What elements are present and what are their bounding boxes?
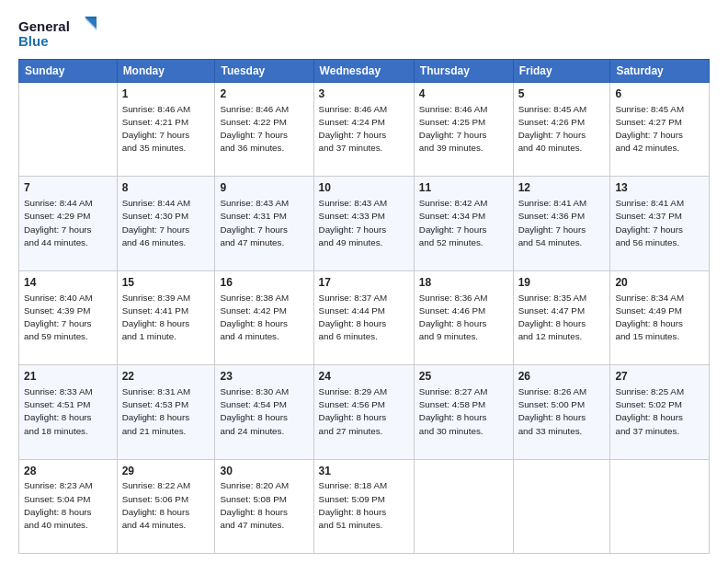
calendar-cell: 19Sunrise: 8:35 AM Sunset: 4:47 PM Dayli… xyxy=(513,270,610,364)
calendar-cell: 5Sunrise: 8:45 AM Sunset: 4:26 PM Daylig… xyxy=(513,83,610,177)
header-cell-sunday: Sunday xyxy=(19,60,118,83)
calendar-cell: 10Sunrise: 8:43 AM Sunset: 4:33 PM Dayli… xyxy=(313,177,414,270)
day-number: 4 xyxy=(419,86,508,102)
day-number: 25 xyxy=(419,369,508,385)
day-info: Sunrise: 8:29 AM Sunset: 4:56 PM Dayligh… xyxy=(319,385,409,438)
calendar-cell: 15Sunrise: 8:39 AM Sunset: 4:41 PM Dayli… xyxy=(117,270,215,364)
day-number: 14 xyxy=(24,275,112,291)
day-number: 20 xyxy=(615,275,704,291)
calendar-cell: 3Sunrise: 8:46 AM Sunset: 4:24 PM Daylig… xyxy=(313,83,414,177)
day-info: Sunrise: 8:26 AM Sunset: 5:00 PM Dayligh… xyxy=(518,385,606,438)
day-info: Sunrise: 8:27 AM Sunset: 4:58 PM Dayligh… xyxy=(419,385,508,438)
day-info: Sunrise: 8:45 AM Sunset: 4:27 PM Dayligh… xyxy=(615,103,704,155)
day-info: Sunrise: 8:39 AM Sunset: 4:41 PM Dayligh… xyxy=(122,292,210,344)
day-info: Sunrise: 8:46 AM Sunset: 4:25 PM Dayligh… xyxy=(419,103,508,155)
header-row: SundayMondayTuesdayWednesdayThursdayFrid… xyxy=(19,60,710,83)
svg-marker-3 xyxy=(85,18,97,30)
calendar-cell: 1Sunrise: 8:46 AM Sunset: 4:21 PM Daylig… xyxy=(117,83,215,177)
day-info: Sunrise: 8:46 AM Sunset: 4:24 PM Dayligh… xyxy=(319,103,409,155)
calendar-cell: 14Sunrise: 8:40 AM Sunset: 4:39 PM Dayli… xyxy=(19,270,118,364)
day-info: Sunrise: 8:20 AM Sunset: 5:08 PM Dayligh… xyxy=(220,479,308,532)
header-cell-saturday: Saturday xyxy=(610,60,710,83)
calendar-cell xyxy=(414,459,513,553)
day-info: Sunrise: 8:38 AM Sunset: 4:42 PM Dayligh… xyxy=(220,292,308,344)
calendar-cell: 13Sunrise: 8:41 AM Sunset: 4:37 PM Dayli… xyxy=(610,177,710,270)
day-info: Sunrise: 8:43 AM Sunset: 4:33 PM Dayligh… xyxy=(319,197,409,249)
header-cell-monday: Monday xyxy=(117,60,215,83)
day-number: 23 xyxy=(220,369,308,385)
calendar-header: SundayMondayTuesdayWednesdayThursdayFrid… xyxy=(19,60,710,83)
day-number: 21 xyxy=(24,369,112,385)
day-info: Sunrise: 8:45 AM Sunset: 4:26 PM Dayligh… xyxy=(518,103,606,155)
calendar-cell: 24Sunrise: 8:29 AM Sunset: 4:56 PM Dayli… xyxy=(313,365,414,459)
day-number: 19 xyxy=(518,275,606,291)
week-row-1: 7Sunrise: 8:44 AM Sunset: 4:29 PM Daylig… xyxy=(19,177,710,270)
header-cell-wednesday: Wednesday xyxy=(313,60,414,83)
day-number: 26 xyxy=(518,369,606,385)
day-number: 11 xyxy=(419,180,508,196)
day-number: 28 xyxy=(24,464,112,479)
header-cell-tuesday: Tuesday xyxy=(215,60,313,83)
calendar-cell: 22Sunrise: 8:31 AM Sunset: 4:53 PM Dayli… xyxy=(117,365,215,459)
week-row-2: 14Sunrise: 8:40 AM Sunset: 4:39 PM Dayli… xyxy=(19,270,710,364)
header-cell-thursday: Thursday xyxy=(414,60,513,83)
day-number: 24 xyxy=(319,369,409,385)
day-info: Sunrise: 8:41 AM Sunset: 4:37 PM Dayligh… xyxy=(615,197,704,249)
day-info: Sunrise: 8:43 AM Sunset: 4:31 PM Dayligh… xyxy=(220,197,308,249)
day-info: Sunrise: 8:31 AM Sunset: 4:53 PM Dayligh… xyxy=(122,385,210,438)
day-info: Sunrise: 8:44 AM Sunset: 4:30 PM Dayligh… xyxy=(122,197,210,249)
day-number: 8 xyxy=(122,180,210,196)
day-info: Sunrise: 8:18 AM Sunset: 5:09 PM Dayligh… xyxy=(319,479,409,532)
svg-text:General: General xyxy=(18,18,70,34)
week-row-3: 21Sunrise: 8:33 AM Sunset: 4:51 PM Dayli… xyxy=(19,365,710,459)
day-info: Sunrise: 8:22 AM Sunset: 5:06 PM Dayligh… xyxy=(122,479,210,532)
calendar-cell: 4Sunrise: 8:46 AM Sunset: 4:25 PM Daylig… xyxy=(414,83,513,177)
day-number: 16 xyxy=(220,275,308,291)
day-number: 27 xyxy=(615,369,704,385)
calendar-cell: 28Sunrise: 8:23 AM Sunset: 5:04 PM Dayli… xyxy=(19,459,118,553)
day-number: 6 xyxy=(615,86,704,102)
day-number: 10 xyxy=(319,180,409,196)
day-number: 2 xyxy=(220,86,308,102)
day-number: 15 xyxy=(122,275,210,291)
day-number: 9 xyxy=(220,180,308,196)
calendar-body: 1Sunrise: 8:46 AM Sunset: 4:21 PM Daylig… xyxy=(19,83,710,554)
day-info: Sunrise: 8:25 AM Sunset: 5:02 PM Dayligh… xyxy=(615,385,704,438)
day-number: 17 xyxy=(319,275,409,291)
calendar-cell: 6Sunrise: 8:45 AM Sunset: 4:27 PM Daylig… xyxy=(610,83,710,177)
page-header: General Blue xyxy=(18,15,710,52)
week-row-4: 28Sunrise: 8:23 AM Sunset: 5:04 PM Dayli… xyxy=(19,459,710,553)
calendar-cell: 16Sunrise: 8:38 AM Sunset: 4:42 PM Dayli… xyxy=(215,270,313,364)
calendar-cell: 31Sunrise: 8:18 AM Sunset: 5:09 PM Dayli… xyxy=(313,459,414,553)
day-info: Sunrise: 8:36 AM Sunset: 4:46 PM Dayligh… xyxy=(419,292,508,344)
calendar-cell: 8Sunrise: 8:44 AM Sunset: 4:30 PM Daylig… xyxy=(117,177,215,270)
day-number: 31 xyxy=(319,464,409,479)
day-info: Sunrise: 8:33 AM Sunset: 4:51 PM Dayligh… xyxy=(24,385,112,438)
day-number: 5 xyxy=(518,86,606,102)
calendar-cell xyxy=(19,83,118,177)
day-number: 1 xyxy=(122,86,210,102)
day-info: Sunrise: 8:41 AM Sunset: 4:36 PM Dayligh… xyxy=(518,197,606,249)
day-number: 30 xyxy=(220,464,308,479)
calendar-cell xyxy=(513,459,610,553)
day-number: 18 xyxy=(419,275,508,291)
day-info: Sunrise: 8:46 AM Sunset: 4:21 PM Dayligh… xyxy=(122,103,210,155)
day-number: 22 xyxy=(122,369,210,385)
header-cell-friday: Friday xyxy=(513,60,610,83)
logo-svg: General Blue xyxy=(18,15,101,52)
day-info: Sunrise: 8:40 AM Sunset: 4:39 PM Dayligh… xyxy=(24,292,112,344)
calendar-cell: 17Sunrise: 8:37 AM Sunset: 4:44 PM Dayli… xyxy=(313,270,414,364)
day-number: 13 xyxy=(615,180,704,196)
day-info: Sunrise: 8:44 AM Sunset: 4:29 PM Dayligh… xyxy=(24,197,112,249)
calendar-cell: 11Sunrise: 8:42 AM Sunset: 4:34 PM Dayli… xyxy=(414,177,513,270)
calendar-cell: 30Sunrise: 8:20 AM Sunset: 5:08 PM Dayli… xyxy=(215,459,313,553)
calendar-cell: 21Sunrise: 8:33 AM Sunset: 4:51 PM Dayli… xyxy=(19,365,118,459)
calendar-cell: 29Sunrise: 8:22 AM Sunset: 5:06 PM Dayli… xyxy=(117,459,215,553)
day-info: Sunrise: 8:30 AM Sunset: 4:54 PM Dayligh… xyxy=(220,385,308,438)
day-number: 29 xyxy=(122,464,210,479)
calendar-cell: 7Sunrise: 8:44 AM Sunset: 4:29 PM Daylig… xyxy=(19,177,118,270)
day-number: 3 xyxy=(319,86,409,102)
day-info: Sunrise: 8:42 AM Sunset: 4:34 PM Dayligh… xyxy=(419,197,508,249)
calendar-table: SundayMondayTuesdayWednesdayThursdayFrid… xyxy=(18,59,710,554)
day-info: Sunrise: 8:46 AM Sunset: 4:22 PM Dayligh… xyxy=(220,103,308,155)
